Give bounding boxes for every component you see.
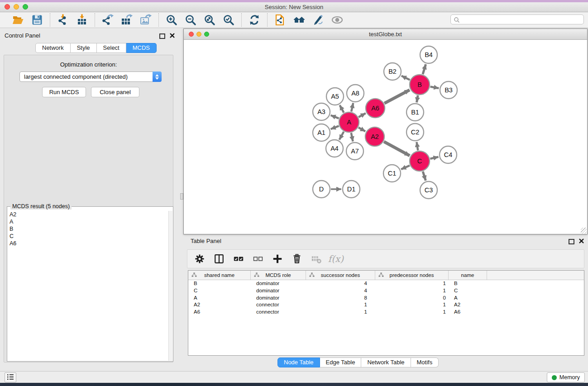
- cell-name[interactable]: A2: [449, 301, 487, 309]
- node-A8[interactable]: A8: [347, 85, 364, 102]
- cell-successor-nodes[interactable]: 1: [306, 309, 375, 316]
- export-table-icon[interactable]: [120, 14, 133, 26]
- tab-style[interactable]: Style: [71, 43, 97, 53]
- result-item[interactable]: A: [8, 218, 169, 225]
- node-B2[interactable]: B2: [384, 63, 401, 80]
- close-panel-button[interactable]: Close panel: [91, 87, 139, 97]
- tab-motifs[interactable]: Motifs: [411, 357, 439, 367]
- network-minimize-button[interactable]: [196, 32, 201, 37]
- zoom-out-icon[interactable]: [184, 14, 197, 26]
- zoom-in-icon[interactable]: [165, 14, 178, 26]
- import-network-icon[interactable]: [57, 14, 69, 26]
- node-A[interactable]: A: [339, 112, 359, 132]
- table-row[interactable]: A2connector11A2: [188, 301, 584, 309]
- cell-MCDS-role[interactable]: connector: [251, 301, 306, 309]
- maximize-window-button[interactable]: [23, 4, 28, 10]
- cell-predecessor-nodes[interactable]: 1: [375, 309, 449, 316]
- zoom-fit-icon[interactable]: [203, 14, 216, 26]
- cell-successor-nodes[interactable]: 4: [306, 280, 375, 287]
- add-icon[interactable]: [272, 253, 283, 265]
- node-A6[interactable]: A6: [366, 99, 385, 118]
- open-file-icon[interactable]: [12, 14, 24, 26]
- edge-A-A5[interactable]: [340, 105, 344, 113]
- table-row[interactable]: Bdominator41B: [188, 280, 584, 287]
- float-panel-icon[interactable]: [159, 33, 165, 39]
- network-maximize-button[interactable]: [204, 32, 209, 37]
- node-B3[interactable]: B3: [440, 81, 457, 99]
- cell-shared-name[interactable]: C: [188, 287, 251, 295]
- column-header-predecessor-nodes[interactable]: predecessor nodes: [375, 271, 449, 280]
- node-C4[interactable]: C4: [440, 146, 457, 163]
- table-row[interactable]: A6connector11A6: [188, 309, 584, 316]
- edge-A6-B[interactable]: [384, 90, 410, 104]
- import-table-icon[interactable]: [76, 14, 88, 26]
- edge-A-A1[interactable]: [331, 126, 339, 129]
- trash-icon[interactable]: [291, 253, 303, 265]
- node-A3[interactable]: A3: [313, 103, 330, 120]
- edge-B-B3[interactable]: [430, 86, 439, 88]
- gear-icon[interactable]: [194, 253, 206, 265]
- cell-MCDS-role[interactable]: dominator: [251, 287, 306, 295]
- cell-shared-name[interactable]: A2: [188, 301, 251, 309]
- node-D1[interactable]: D1: [343, 181, 360, 198]
- column-header-name[interactable]: name: [449, 271, 487, 280]
- eye-icon[interactable]: [331, 14, 344, 26]
- result-item[interactable]: B: [8, 225, 169, 233]
- search-input[interactable]: [462, 15, 582, 24]
- cell-MCDS-role[interactable]: connector: [251, 309, 306, 316]
- table-row[interactable]: Cdominator41C: [188, 287, 584, 295]
- export-image-icon[interactable]: [139, 14, 152, 26]
- result-item[interactable]: A6: [8, 240, 169, 247]
- edge-A-A4[interactable]: [339, 132, 344, 140]
- edge-C-C1[interactable]: [401, 166, 410, 169]
- edge-C-C3[interactable]: [423, 172, 425, 181]
- style-brush-icon[interactable]: [312, 14, 325, 26]
- edge-C-C4[interactable]: [430, 157, 438, 159]
- cell-name[interactable]: A: [449, 295, 487, 302]
- float-panel-icon[interactable]: [569, 239, 574, 244]
- cell-name[interactable]: C: [449, 287, 487, 295]
- deselect-all-icon[interactable]: [252, 253, 264, 265]
- close-window-button[interactable]: [5, 4, 10, 10]
- column-header-MCDS-role[interactable]: MCDS role: [251, 271, 306, 280]
- result-item[interactable]: A2: [8, 211, 169, 218]
- edge-B-B4[interactable]: [423, 64, 426, 74]
- edge-C-C2[interactable]: [416, 142, 418, 151]
- node-A7[interactable]: A7: [346, 143, 363, 160]
- tab-mcds[interactable]: MCDS: [126, 43, 157, 53]
- cell-predecessor-nodes[interactable]: 1: [375, 301, 449, 309]
- cell-shared-name[interactable]: A: [188, 295, 251, 302]
- node-B[interactable]: B: [410, 75, 430, 95]
- layout-home-icon[interactable]: [293, 14, 306, 26]
- columns-icon[interactable]: [213, 253, 225, 265]
- cell-MCDS-role[interactable]: dominator: [251, 280, 306, 287]
- split-divider-handle[interactable]: [180, 193, 183, 200]
- column-header-shared-name[interactable]: shared name: [188, 271, 251, 280]
- edge-A-A6[interactable]: [359, 113, 366, 117]
- cell-successor-nodes[interactable]: 1: [306, 301, 375, 309]
- run-mcds-button[interactable]: Run MCDS: [42, 87, 86, 97]
- network-close-button[interactable]: [189, 32, 194, 37]
- tab-select[interactable]: Select: [97, 43, 126, 53]
- save-session-icon[interactable]: [31, 14, 43, 26]
- network-from-file-icon[interactable]: [274, 14, 287, 26]
- zoom-selected-icon[interactable]: [222, 14, 235, 26]
- column-header-successor-nodes[interactable]: successor nodes: [306, 271, 375, 280]
- export-network-icon[interactable]: [101, 14, 114, 26]
- tab-network[interactable]: Network: [35, 43, 71, 53]
- criterion-dropdown[interactable]: largest connected component (directed): [19, 71, 162, 82]
- table-row[interactable]: Adominator80A: [188, 295, 584, 302]
- tab-network-table[interactable]: Network Table: [361, 357, 411, 367]
- cell-predecessor-nodes[interactable]: 1: [375, 280, 449, 287]
- node-B1[interactable]: B1: [406, 104, 424, 121]
- cell-name[interactable]: B: [449, 280, 487, 287]
- cell-predecessor-nodes[interactable]: 1: [375, 287, 449, 295]
- edge-A2-C[interactable]: [384, 142, 410, 156]
- cell-successor-nodes[interactable]: 4: [306, 287, 375, 295]
- node-A5[interactable]: A5: [326, 88, 344, 105]
- cell-predecessor-nodes[interactable]: 0: [375, 295, 449, 302]
- refresh-icon[interactable]: [248, 14, 261, 26]
- network-canvas[interactable]: AA1A2A3A4A5A6A7A8BB1B2B3B4CC1C2C3C4DD1: [184, 40, 587, 234]
- tab-edge-table[interactable]: Edge Table: [320, 357, 362, 367]
- memory-button[interactable]: Memory: [547, 372, 585, 382]
